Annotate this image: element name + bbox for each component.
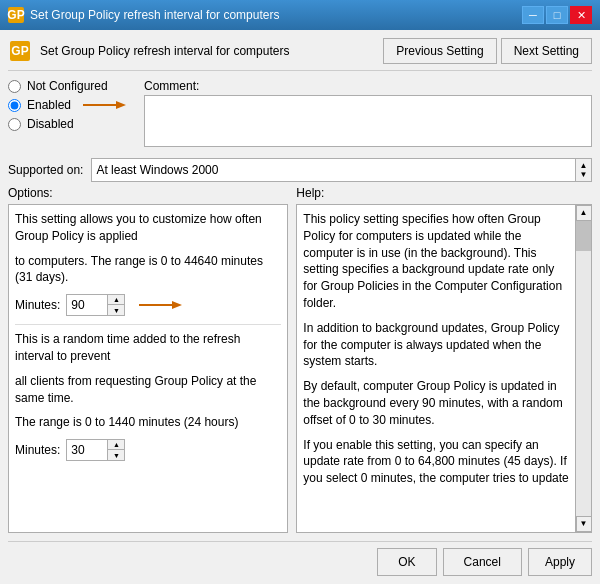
comment-section: Comment: [144,79,592,150]
enabled-arrow-icon [81,97,126,113]
minutes2-down-button[interactable]: ▼ [108,450,124,460]
disabled-radio[interactable] [8,118,21,131]
scroll-track[interactable] [576,221,591,516]
footer-row: OK Cancel Apply [8,541,592,576]
minutes2-spinner[interactable]: ▲ ▼ [66,439,125,461]
minutes1-spinner-buttons: ▲ ▼ [107,295,124,315]
options-box: This setting allows you to customize how… [8,204,288,533]
enabled-radio[interactable] [8,99,21,112]
supported-box: At least Windows 2000 ▲ ▼ [91,158,592,182]
help-para-2: In addition to background updates, Group… [303,320,569,370]
help-section: Help: This policy setting specifies how … [296,186,592,535]
scroll-thumb[interactable] [576,221,591,251]
minutes2-spinner-buttons: ▲ ▼ [107,440,124,460]
supported-value: At least Windows 2000 [96,163,218,177]
disabled-option[interactable]: Disabled [8,117,128,131]
supported-label: Supported on: [8,163,83,177]
svg-marker-5 [172,301,182,309]
comment-label: Comment: [144,79,592,93]
help-para-4: If you enable this setting, you can spec… [303,437,569,487]
minutes2-label: Minutes: [15,443,60,457]
enabled-label: Enabled [27,98,71,112]
minutes1-label: Minutes: [15,298,60,312]
minutes1-down-button[interactable]: ▼ [108,305,124,315]
radio-group: Not Configured Enabled Disabled [8,79,128,150]
not-configured-radio[interactable] [8,80,21,93]
disabled-label: Disabled [27,117,74,131]
not-configured-option[interactable]: Not Configured [8,79,128,93]
minutes1-up-button[interactable]: ▲ [108,295,124,305]
options-desc1: This setting allows you to customize how… [15,211,281,245]
minutes1-row: Minutes: ▲ ▼ [15,294,281,316]
help-box: This policy setting specifies how often … [296,204,592,533]
svg-marker-3 [116,101,126,109]
previous-setting-button[interactable]: Previous Setting [383,38,496,64]
header-buttons: Previous Setting Next Setting [383,38,592,64]
window-title: Set Group Policy refresh interval for co… [30,8,279,22]
next-setting-button[interactable]: Next Setting [501,38,592,64]
options-divider [15,324,281,325]
scroll-up-button[interactable]: ▲ [576,205,592,221]
help-para-3: By default, computer Group Policy is upd… [303,378,569,428]
scroll-down-button[interactable]: ▼ [576,516,592,532]
apply-button[interactable]: Apply [528,548,592,576]
ok-button[interactable]: OK [377,548,436,576]
content-area: Options: This setting allows you to cust… [8,186,592,535]
minimize-button[interactable]: ─ [522,6,544,24]
spinner1-arrow-icon [137,297,182,313]
minutes1-input[interactable] [67,295,107,315]
help-text: This policy setting specifies how often … [303,211,569,487]
comment-textarea[interactable] [144,95,592,147]
main-container: GP Set Group Policy refresh interval for… [0,30,600,584]
enabled-option[interactable]: Enabled [8,97,128,113]
options-desc5: The range is 0 to 1440 minutes (24 hours… [15,414,281,431]
help-para-1: This policy setting specifies how often … [303,211,569,312]
minutes1-spinner[interactable]: ▲ ▼ [66,294,125,316]
options-section: Options: This setting allows you to cust… [8,186,288,535]
header-title: Set Group Policy refresh interval for co… [40,44,289,58]
close-button[interactable]: ✕ [570,6,592,24]
restore-button[interactable]: □ [546,6,568,24]
help-scrollbar[interactable]: ▲ ▼ [575,205,591,532]
supported-scrollbar[interactable]: ▲ ▼ [575,159,591,181]
options-desc2: to computers. The range is 0 to 44640 mi… [15,253,281,287]
options-desc3: This is a random time added to the refre… [15,331,281,365]
header-icon: GP [8,39,32,63]
cancel-button[interactable]: Cancel [443,548,522,576]
minutes2-input[interactable] [67,440,107,460]
minutes2-up-button[interactable]: ▲ [108,440,124,450]
help-label: Help: [296,186,592,200]
app-icon: GP [8,7,24,23]
minutes2-row: Minutes: ▲ ▼ [15,439,281,461]
window-controls: ─ □ ✕ [522,6,592,24]
svg-text:GP: GP [11,44,28,58]
header-row: GP Set Group Policy refresh interval for… [8,38,592,71]
options-label: Options: [8,186,288,200]
supported-row: Supported on: At least Windows 2000 ▲ ▼ [8,158,592,182]
title-bar: GP Set Group Policy refresh interval for… [0,0,600,30]
not-configured-label: Not Configured [27,79,108,93]
options-desc4: all clients from requesting Group Policy… [15,373,281,407]
